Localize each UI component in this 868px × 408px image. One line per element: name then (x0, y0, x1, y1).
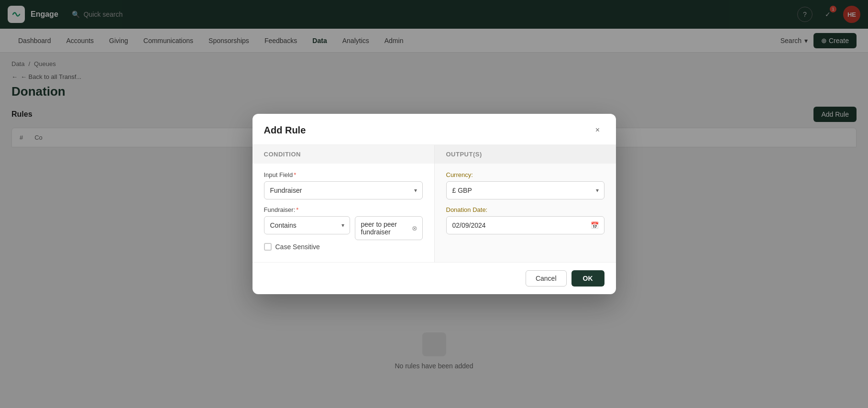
input-field-label: Input Field* (264, 171, 423, 178)
outputs-label: Output(s) (435, 145, 616, 164)
modal-overlay: Add Rule × Condition Input Field* Fundra… (0, 0, 868, 408)
modal-body: Condition Input Field* FundraiserCampaig… (253, 145, 616, 262)
modal-close-button[interactable]: × (591, 123, 604, 137)
modal-title: Add Rule (264, 125, 306, 136)
donation-date-input[interactable] (446, 216, 604, 234)
donation-date-label: Donation Date: (446, 206, 604, 213)
contains-select-wrapper: ContainsEqualsStarts withEnds with ▾ (264, 216, 350, 234)
currency-select-wrapper: £ GBP$ USD€ EUR ▾ (446, 181, 604, 199)
add-rule-modal: Add Rule × Condition Input Field* Fundra… (253, 114, 616, 294)
input-field-select-wrapper: FundraiserCampaignAppealFund ▾ (264, 181, 423, 199)
currency-label: Currency: (446, 171, 604, 178)
currency-select[interactable]: £ GBP$ USD€ EUR (446, 181, 604, 199)
modal-columns: Condition Input Field* FundraiserCampaig… (253, 145, 616, 262)
cancel-button[interactable]: Cancel (526, 270, 567, 287)
contains-select[interactable]: ContainsEqualsStarts withEnds with (264, 216, 350, 234)
outputs-column: Output(s) Currency: £ GBP$ USD€ EUR ▾ Do… (434, 145, 616, 262)
case-sensitive-row: Case Sensitive (264, 243, 423, 251)
condition-column: Condition Input Field* FundraiserCampaig… (253, 145, 434, 262)
modal-header: Add Rule × (253, 114, 616, 145)
tag-clear-icon[interactable]: ⊗ (412, 224, 418, 232)
tag-input[interactable]: peer to peer fundraiser ⊗ (355, 216, 423, 240)
modal-footer: Cancel OK (253, 262, 616, 294)
ok-button[interactable]: OK (571, 270, 604, 287)
fundraiser-inline-fields: ContainsEqualsStarts withEnds with ▾ pee… (264, 216, 423, 241)
condition-label: Condition (253, 145, 434, 164)
fundraiser-required: * (296, 206, 298, 213)
input-field-required: * (294, 171, 296, 178)
case-sensitive-checkbox[interactable] (264, 243, 272, 251)
fundraiser-label: Fundraiser:* (264, 206, 423, 213)
input-field-select[interactable]: FundraiserCampaignAppealFund (264, 181, 423, 199)
case-sensitive-label: Case Sensitive (275, 243, 320, 251)
donation-date-wrapper: 📅 (446, 216, 604, 234)
